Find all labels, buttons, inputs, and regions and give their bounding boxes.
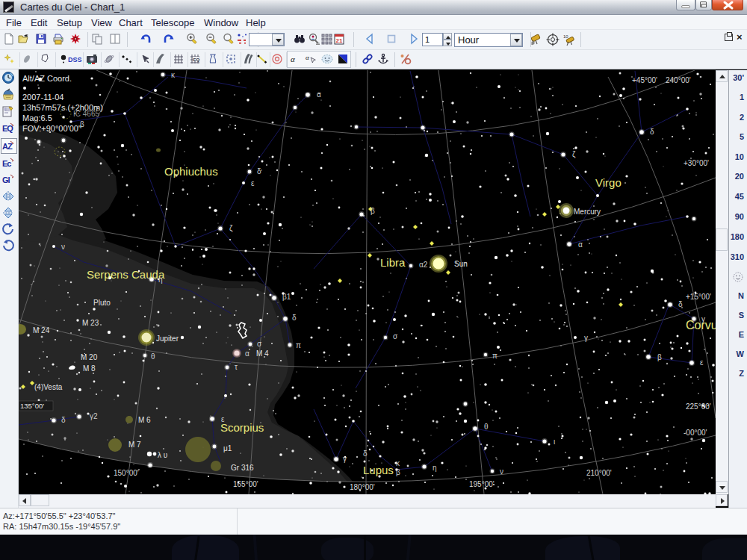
svg-text:μ1: μ1: [223, 444, 232, 452]
svg-text:ε: ε: [700, 358, 704, 367]
svg-text:M 4: M 4: [256, 349, 269, 358]
svg-text:ι: ι: [554, 438, 555, 446]
svg-text:α: α: [291, 55, 295, 63]
svg-text:165°00': 165°00': [233, 480, 258, 488]
svg-text:+15°00': +15°00': [686, 293, 711, 301]
svg-text:180°00': 180°00': [350, 483, 375, 491]
svg-text:θ: θ: [151, 352, 155, 361]
svg-text:10: 10: [563, 34, 568, 39]
svg-text:+30°00': +30°00': [684, 159, 709, 167]
svg-text:η: η: [158, 276, 163, 284]
svg-text:δ: δ: [363, 449, 368, 458]
svg-text:δ: δ: [678, 300, 683, 308]
svg-text:Libra: Libra: [380, 256, 406, 269]
svg-text:13h57m57s (+2h00m): 13h57m57s (+2h00m): [22, 103, 103, 112]
svg-text:EQ: EQ: [193, 57, 200, 62]
svg-text:ζ: ζ: [229, 224, 233, 233]
svg-text:M 6: M 6: [138, 416, 151, 424]
svg-text:τ: τ: [235, 363, 238, 371]
svg-text:Lupus: Lupus: [363, 464, 394, 476]
svg-text:β: β: [80, 120, 84, 128]
svg-text:π: π: [296, 341, 301, 349]
svg-text:Mag:6.5: Mag:6.5: [22, 113, 52, 122]
svg-text:γ: γ: [584, 334, 588, 342]
svg-text:α: α: [245, 349, 249, 358]
svg-text:α: α: [306, 54, 309, 61]
svg-text:Serpens Cauda: Serpens Cauda: [87, 268, 165, 281]
svg-text:π: π: [492, 352, 498, 360]
svg-text:α: α: [317, 90, 321, 99]
svg-text:Ec: Ec: [2, 159, 11, 168]
svg-text:+45°00': +45°00': [632, 76, 657, 84]
svg-text:β: β: [371, 207, 375, 215]
svg-text:Pluto: Pluto: [93, 299, 111, 307]
svg-text:21: 21: [336, 37, 343, 44]
svg-text:DSS: DSS: [68, 56, 82, 63]
svg-text:γ: γ: [343, 455, 347, 463]
svg-text:η: η: [433, 464, 437, 472]
svg-text:λ υ: λ υ: [158, 451, 167, 459]
svg-text:ε: ε: [251, 179, 255, 187]
svg-text:-00°00': -00°00': [684, 429, 707, 437]
svg-text:225°00': 225°00': [686, 402, 711, 411]
svg-text:M 20: M 20: [81, 353, 98, 361]
svg-text:γ2: γ2: [90, 412, 98, 420]
svg-text:135°00': 135°00': [20, 402, 44, 410]
svg-text:ζ: ζ: [572, 150, 576, 159]
svg-text:Ophiuchus: Ophiuchus: [164, 165, 218, 178]
svg-text:θ: θ: [484, 423, 489, 431]
svg-text:Sun: Sun: [454, 260, 468, 268]
svg-text:ε: ε: [221, 415, 225, 423]
svg-text:Gl: Gl: [2, 175, 10, 184]
svg-text:240°00': 240°00': [666, 76, 691, 84]
svg-text:δ: δ: [292, 314, 297, 322]
svg-text:Alt/AZ Coord.: Alt/AZ Coord.: [22, 74, 72, 83]
svg-text:M 23: M 23: [82, 319, 99, 327]
svg-text:γ: γ: [701, 315, 705, 323]
svg-text:Virgo: Virgo: [595, 176, 622, 189]
svg-text:β1: β1: [282, 293, 291, 301]
svg-text:σ: σ: [393, 332, 398, 340]
svg-text:ν: ν: [61, 243, 65, 251]
svg-text:150°00': 150°00': [114, 469, 139, 477]
svg-text:Mercury: Mercury: [574, 208, 601, 216]
svg-text:α2: α2: [419, 261, 428, 269]
svg-text:Gr 316: Gr 316: [231, 464, 254, 472]
svg-text:β: β: [396, 468, 400, 476]
svg-text:Scorpius: Scorpius: [220, 421, 264, 434]
svg-text:σ: σ: [257, 340, 262, 348]
svg-text:Jupiter: Jupiter: [156, 335, 179, 343]
svg-text:α: α: [578, 240, 583, 249]
svg-text:M 8: M 8: [83, 364, 96, 373]
svg-text:δ: δ: [650, 128, 654, 136]
svg-text:FOV:+90°00'00": FOV:+90°00'00": [22, 124, 81, 133]
svg-text:195°00': 195°00': [469, 480, 495, 488]
svg-text:β: β: [657, 353, 662, 361]
svg-text:210°00': 210°00': [586, 469, 612, 477]
svg-text:δ: δ: [257, 167, 261, 175]
svg-text:(4)Vesta: (4)Vesta: [34, 383, 63, 391]
svg-text:M 7: M 7: [128, 441, 141, 449]
svg-text:Corvu: Corvu: [686, 319, 716, 332]
svg-text:AZ: AZ: [2, 142, 13, 151]
svg-text:M 24: M 24: [33, 326, 50, 335]
svg-text:ν: ν: [500, 467, 503, 476]
svg-text:δ: δ: [61, 416, 66, 424]
svg-text:EQ: EQ: [2, 124, 13, 133]
svg-text:2007-11-04: 2007-11-04: [22, 93, 63, 102]
